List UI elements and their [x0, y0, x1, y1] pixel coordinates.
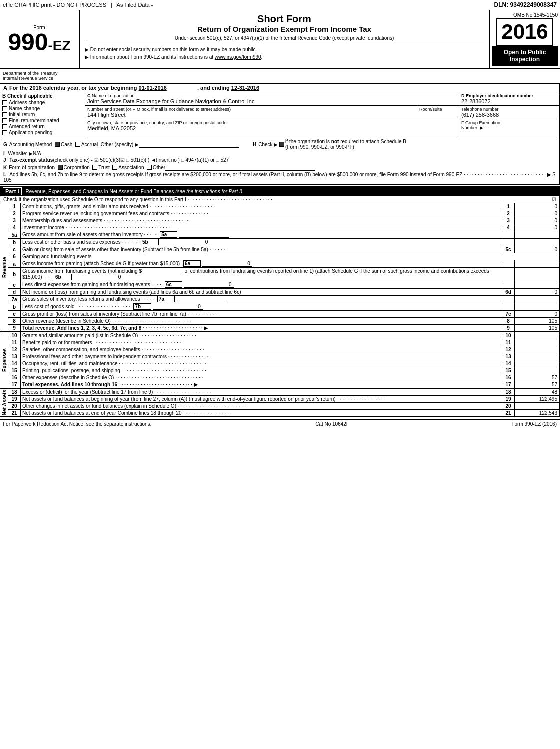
- box-7b-label: 7b: [134, 304, 152, 310]
- section-e-label: Telephone number: [462, 107, 558, 112]
- cb-assoc-label: Association: [118, 165, 144, 170]
- line-6d-label: 6d: [502, 289, 515, 296]
- line-6b-num: b: [8, 268, 21, 282]
- box-7a-value: [176, 296, 226, 302]
- line-13-num: 13: [8, 354, 21, 360]
- line-12-desc: Salaries, other compensation, and employ…: [21, 346, 502, 354]
- line-6c-label-empty: [502, 282, 515, 289]
- box-6c-label: 6c: [165, 282, 182, 288]
- line-2-desc: Program service revenue including govern…: [21, 210, 502, 218]
- box-7b-value: 0: [153, 304, 203, 310]
- filed-data-label: As Filed Data -: [117, 2, 154, 8]
- line-4-value: 0: [515, 224, 560, 232]
- line-17-label: 17: [502, 382, 515, 388]
- line-19-row: 19 Net assets or fund balances at beginn…: [0, 396, 560, 403]
- form-header: Form 990-EZ Short Form Return of Organiz…: [0, 10, 560, 69]
- footer-center: Cat No 10642I: [316, 422, 348, 427]
- expenses-table: Expenses 10 Grants and similar amounts p…: [0, 332, 560, 388]
- header-center: Short Form Return of Organization Exempt…: [80, 10, 490, 68]
- line-8-desc: Other revenue (describe in Schedule O) ·…: [21, 318, 502, 325]
- line-5a-num: 5a: [8, 232, 21, 239]
- net-assets-table: Net Assets 18 Excess or (deficit) for th…: [0, 388, 560, 417]
- cb-cash-box: [55, 142, 60, 147]
- section-f: F Group ExemptionNumber ▶: [460, 120, 560, 132]
- net-assets-side-label: Net Assets: [0, 389, 8, 417]
- section-def: D Employer identification number 22-2836…: [460, 92, 560, 137]
- dept-info: Department of the Treasury Internal Reve…: [3, 71, 83, 81]
- line-2-row: 2 Program service revenue including gove…: [0, 210, 560, 218]
- line-17-row: 17 Total expenses. Add lines 10 through …: [0, 382, 560, 388]
- line-1-num: 1: [8, 204, 21, 210]
- box-5b-value: 0: [160, 240, 210, 246]
- line-7c-label: 7c: [502, 311, 515, 318]
- cb-name-change-box: [2, 106, 8, 112]
- line-6b-value-empty: [515, 268, 560, 282]
- line-1-value: 0: [515, 204, 560, 210]
- line-1-desc: Contributions, gifts, grants, and simila…: [21, 204, 502, 210]
- line-7a-value-empty: [515, 296, 560, 304]
- row-k: K Form of organization Corporation Trust…: [4, 164, 556, 171]
- section-d: D Employer identification number 22-2836…: [460, 92, 560, 106]
- line-2-label: 2: [502, 210, 515, 218]
- line-20-desc: Other changes in net assets or fund bala…: [21, 403, 502, 410]
- line-17-desc: Total expenses. Add lines 10 through 16 …: [21, 382, 502, 388]
- line-19-num: 19: [8, 396, 21, 403]
- line-5b-label-empty: [502, 239, 515, 246]
- line-2-value: 0: [515, 210, 560, 218]
- row-i: I Website: ▶N/A: [4, 151, 556, 156]
- line-21-value: 122,543: [515, 410, 560, 417]
- org-city-value: Medfield, MA 02052: [88, 126, 457, 132]
- form-title2: Return of Organization Exempt From Incom…: [85, 25, 484, 34]
- box-5a-value: [179, 232, 229, 238]
- line-16-value: 57: [515, 374, 560, 382]
- omb-number: OMB No 1545-1150: [492, 12, 558, 18]
- box-6a-label: 6a: [184, 260, 201, 267]
- cb-amended-return: Amended return: [2, 124, 83, 130]
- box-7a-label: 7a: [158, 296, 175, 302]
- line-8-value: 105: [515, 318, 560, 325]
- line-5c-desc: Gain or (loss) from sale of assets other…: [21, 246, 502, 254]
- check-note-text: Check if the organization used Schedule …: [4, 197, 272, 202]
- top-bar: efile GRAPHIC print - DO NOT PROCESS | A…: [0, 0, 560, 10]
- cb-corp-box: [58, 165, 63, 170]
- cb-initial-return-label: Initial return: [9, 112, 35, 118]
- section-l-text: Add lines 5b, 6c, and 7b to line 9 to de…: [4, 172, 556, 183]
- line-7c-row: c Gross profit or (loss) from sales of i…: [0, 311, 560, 318]
- line-8-label: 8: [502, 318, 515, 325]
- revenue-table: Revenue 1 Contributions, gifts, grants, …: [0, 203, 560, 332]
- line-17-value: 57: [515, 382, 560, 388]
- line-19-desc: Net assets or fund balances at beginning…: [21, 396, 502, 403]
- line-15-value: [515, 368, 560, 374]
- label-j: J: [4, 158, 6, 163]
- line-1-label: 1: [502, 204, 515, 210]
- cb-address-change-label: Address change: [9, 100, 45, 106]
- org-street-block: Number and street (or P O box, if mail i…: [88, 107, 417, 118]
- line-5a-row: 5a Gross amount from sale of assets othe…: [0, 232, 560, 239]
- cb-app-pending-label: Application pending: [9, 130, 52, 136]
- line-5b-row: b Less cost or other basis and sales exp…: [0, 239, 560, 246]
- line-3-desc: Membership dues and assessments · · · · …: [21, 218, 502, 224]
- line-15-row: 15 Printing, publications, postage, and …: [0, 368, 560, 374]
- line-6a-label-empty: [502, 260, 515, 268]
- line-12-value: [515, 346, 560, 354]
- header-note2: ▶ Information about Form 990-EZ and its …: [85, 54, 484, 60]
- section-j-text: Tax-exempt status(check only one) - ☑ 50…: [10, 158, 229, 163]
- dept-section: Department of the Treasury Internal Reve…: [0, 69, 560, 84]
- line-6d-desc: Net income or (loss) from gaming and fun…: [21, 289, 502, 296]
- revenue-side-label: Revenue: [0, 204, 8, 332]
- line-9-num: 9: [8, 325, 21, 332]
- line-7c-num: c: [8, 311, 21, 318]
- line-14-num: 14: [8, 360, 21, 368]
- section-f-label: F Group ExemptionNumber ▶: [462, 120, 558, 130]
- open-inspection: Open to PublicInspection: [492, 46, 558, 66]
- line-6b-row: b Gross income from fundraising events (…: [0, 268, 560, 282]
- org-name-label: C Name of organization: [88, 94, 457, 98]
- box-5b-label: 5b: [141, 239, 159, 246]
- cb-final-return-box: [2, 118, 8, 124]
- tax-year: 2016: [496, 18, 553, 46]
- line-13-row: 13 Professional fees and other payments …: [0, 354, 560, 360]
- line-2-num: 2: [8, 210, 21, 218]
- row-g: G Accounting Method Cash Accrual Other (…: [4, 139, 556, 150]
- cb-corp-label: Corporation: [64, 165, 90, 170]
- form-of-org-label: Form of organization: [9, 165, 55, 170]
